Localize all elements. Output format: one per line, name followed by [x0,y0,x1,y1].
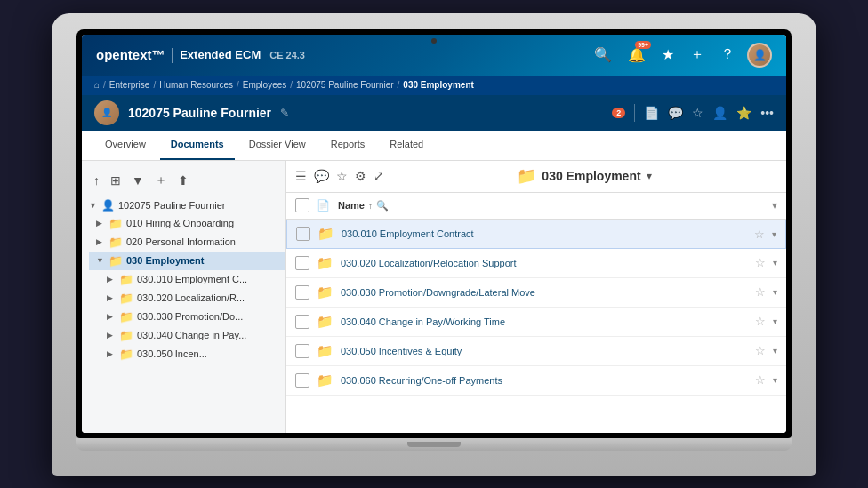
search-icon[interactable]: 🔍 [591,43,615,67]
more-icon[interactable]: ••• [760,106,774,120]
back-icon[interactable]: ↑ [91,171,102,190]
breadcrumb-hr[interactable]: Human Resources [159,80,233,90]
sort-asc-icon[interactable]: ↑ [368,201,373,211]
tab-documents[interactable]: Documents [160,130,235,160]
folder-030-010: 📁 [119,273,133,286]
app-screen: opentext™ | Extended ECM CE 24.3 🔍 🔔 99+… [82,35,786,433]
content-comment-icon[interactable]: 💬 [314,169,329,183]
row-expand-5[interactable]: ▾ [773,346,777,356]
table-row[interactable]: 📁 030.050 Incentives & Equity ☆ ▾ [286,337,786,366]
row-name-5[interactable]: 030.050 Incentives & Equity [341,346,748,356]
tree-label-030: 030 Employment [126,255,204,266]
row-star-3[interactable]: ☆ [755,285,766,299]
row-expand-1[interactable]: ▾ [772,229,776,239]
col-expand-icon[interactable]: ▾ [772,199,777,212]
table-row[interactable]: 📁 030.060 Recurring/One-off Payments ☆ ▾ [286,366,786,396]
row-name-3[interactable]: 030.030 Promotion/Downgrade/Lateral Move [341,287,748,298]
row-expand-3[interactable]: ▾ [773,287,777,297]
tree-item-030-040[interactable]: ▶ 📁 030.040 Change in Pay... [100,326,285,345]
sidebar: ↑ ⊞ ▼ ＋ ⬆ ▼ 👤 102075 Pauline Fournier [82,161,286,433]
tab-dossier-view[interactable]: Dossier View [238,130,317,160]
tree-item-030[interactable]: ▼ 📁 030 Employment [89,252,285,270]
breadcrumb-enterprise[interactable]: Enterprise [109,80,150,90]
row-star-2[interactable]: ☆ [755,256,766,269]
tree-item-030-010[interactable]: ▶ 📁 030.010 Employment C... [100,270,285,289]
grid-icon[interactable]: ⊞ [108,171,124,190]
content-settings-icon[interactable]: ⚙ [355,169,366,183]
content-expand-icon[interactable]: ⤢ [374,169,384,183]
bookmark-icon[interactable]: ☆ [692,106,703,120]
tree-label-030-050: 030.050 Incen... [137,348,207,359]
tree-item-030-030[interactable]: ▶ 📁 030.030 Promotion/Do... [100,308,285,326]
title-divider [634,104,635,122]
filter-icon[interactable]: ▼ [129,171,147,190]
content-left-icons: ☰ 💬 ☆ ⚙ ⤢ [295,169,384,183]
row-star-1[interactable]: ☆ [754,228,765,241]
toggle-030-020: ▶ [107,293,116,302]
table-row[interactable]: 📁 030.040 Change in Pay/Working Time ☆ ▾ [286,308,786,337]
user-avatar[interactable]: 👤 [747,43,772,68]
edit-icon[interactable]: ✎ [280,107,289,119]
row-checkbox-5[interactable] [295,344,309,358]
add-icon[interactable]: ＋ [687,42,708,68]
breadcrumb-employee[interactable]: 102075 Pauline Fournier [296,80,394,90]
doc-scan-icon[interactable]: 📄 [644,106,659,120]
person-star-icon[interactable]: ⭐ [736,106,751,120]
laptop-base [76,438,792,451]
table-row[interactable]: 📁 030.020 Localization/Relocation Suppor… [286,249,786,278]
col-search-icon[interactable]: 🔍 [376,200,389,212]
folder-dropdown-icon[interactable]: ▾ [647,170,652,182]
help-icon[interactable]: ？ [717,42,738,68]
row-expand-2[interactable]: ▾ [773,258,777,268]
name-column-header[interactable]: Name ↑ 🔍 [338,200,765,212]
row-star-6[interactable]: ☆ [755,373,766,387]
person-icon[interactable]: 👤 [712,106,727,120]
folder-030-030: 📁 [119,310,133,324]
row-checkbox-4[interactable] [295,315,309,329]
row-name-4[interactable]: 030.040 Change in Pay/Working Time [341,316,748,327]
row-star-5[interactable]: ☆ [755,344,766,357]
row-checkbox-6[interactable] [295,373,309,388]
title-actions: 2 📄 💬 ☆ 👤 ⭐ ••• [612,104,774,122]
row-name-2[interactable]: 030.020 Localization/Relocation Support [341,258,748,268]
row-name-6[interactable]: 030.060 Recurring/One-off Payments [341,375,748,386]
select-all-checkbox[interactable] [295,198,309,212]
tree-label-020: 020 Personal Information [126,236,236,247]
tab-overview[interactable]: Overview [94,130,157,160]
hamburger-icon[interactable]: ☰ [295,169,307,183]
notification-badge: 99+ [635,41,651,49]
comment-icon[interactable]: 💬 [668,106,683,120]
tree-item-030-050[interactable]: ▶ 📁 030.050 Incen... [100,345,285,364]
row-folder-icon-3: 📁 [317,284,334,300]
tree-item-030-020[interactable]: ▶ 📁 030.020 Localization/R... [100,289,285,308]
table-row[interactable]: 📁 030.010 Employment Contract ☆ ▾ [286,220,786,249]
row-expand-6[interactable]: ▾ [773,375,777,385]
row-checkbox-2[interactable] [295,256,309,270]
row-checkbox-1[interactable] [296,227,310,241]
tree-root[interactable]: ▼ 👤 102075 Pauline Fournier [82,196,285,214]
tree-label-030-040: 030.040 Change in Pay... [137,330,246,340]
breadcrumb-employees[interactable]: Employees [243,80,286,90]
folder-030-020: 📁 [119,292,133,305]
row-name-1[interactable]: 030.010 Employment Contract [342,228,747,239]
upload-icon[interactable]: ⬆ [175,171,191,190]
row-star-4[interactable]: ☆ [755,315,766,328]
sidebar-add-icon[interactable]: ＋ [152,170,170,191]
table-row[interactable]: 📁 030.030 Promotion/Downgrade/Lateral Mo… [286,278,786,308]
tree-item-020[interactable]: ▶ 📁 020 Personal Information [89,233,285,252]
tree-label-030-020: 030.020 Localization/R... [137,292,245,303]
toggle-030: ▼ [96,256,105,265]
tab-related[interactable]: Related [379,130,434,160]
notification-icon[interactable]: 🔔 99+ [624,43,649,67]
employee-name: 102075 Pauline Fournier [128,106,271,120]
row-checkbox-3[interactable] [295,285,309,300]
breadcrumb-sep-1: / [153,80,156,90]
breadcrumb-home[interactable]: ⌂ [94,80,100,90]
favorites-icon[interactable]: ★ [658,43,678,67]
row-expand-4[interactable]: ▾ [773,316,777,326]
tree-item-010[interactable]: ▶ 📁 010 Hiring & Onboarding [89,214,285,233]
tab-reports[interactable]: Reports [320,130,376,160]
content-star-icon[interactable]: ☆ [336,169,348,183]
brand-opentext: opentext™ [96,47,165,62]
doc-notification-badge[interactable]: 2 [612,108,625,118]
